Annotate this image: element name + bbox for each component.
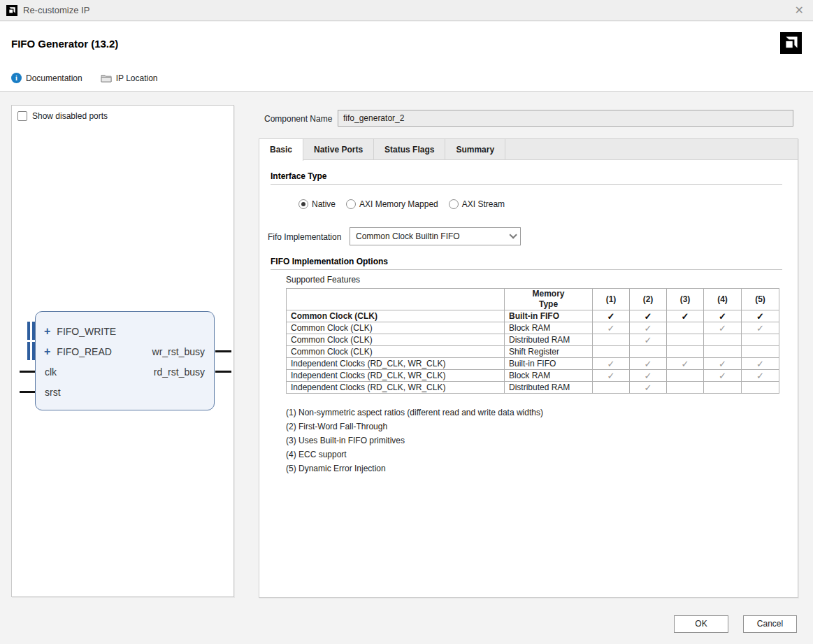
check-cell-empty: [742, 334, 779, 346]
memory-cell: Distributed RAM: [505, 334, 593, 346]
clk-port-stub: [20, 371, 35, 373]
check-icon: ✓: [742, 358, 779, 370]
memory-cell: Built-in FIFO: [505, 358, 593, 370]
table-row: Independent Clocks (RD_CLK, WR_CLK)Distr…: [287, 382, 779, 394]
show-disabled-ports-row[interactable]: Show disabled ports: [17, 111, 108, 121]
footnote-line: (4) ECC support: [286, 448, 543, 461]
check-cell-empty: [593, 334, 630, 346]
interface-type-rule: [271, 184, 782, 185]
port-clk: clk: [45, 365, 57, 379]
table-row: Common Clock (CLK)Block RAM✓✓✓✓: [287, 322, 779, 334]
cancel-button[interactable]: Cancel: [743, 615, 797, 633]
symbol-preview-panel: Show disabled ports +FIFO_WRITE +FIFO_RE…: [11, 105, 234, 597]
ip-location-label: IP Location: [116, 73, 158, 83]
check-icon: ✓: [704, 310, 742, 322]
page-title: FIFO Generator (13.2): [11, 38, 118, 50]
clock-cell: Common Clock (CLK): [287, 310, 505, 322]
feature-col-header: [287, 289, 505, 310]
radio-circle[interactable]: [298, 199, 308, 209]
check-cell-empty: [704, 382, 742, 394]
check-cell-empty: [593, 382, 630, 394]
check-cell-empty: [667, 322, 704, 334]
supported-features-table-wrap: Memory Type(1)(2)(3)(4)(5) Common Clock …: [286, 288, 779, 394]
fifo-symbol-block: +FIFO_WRITE +FIFO_READ clk srst wr_rst_b…: [35, 311, 215, 410]
fifo-implementation-dropdown[interactable]: Common Clock Builtin FIFO: [350, 227, 521, 245]
port-rd-rst-busy: rd_rst_busy: [154, 365, 205, 379]
clock-cell: Common Clock (CLK): [287, 322, 505, 334]
tab-status-flags[interactable]: Status Flags: [374, 139, 445, 159]
radio-label: Native: [312, 199, 336, 209]
fifo-options-rule: [271, 269, 782, 270]
tab-basic[interactable]: Basic: [259, 139, 303, 161]
port-label-wr-rst-busy: wr_rst_busy: [152, 346, 205, 357]
rd-rst-busy-port-stub: [215, 371, 231, 373]
table-row: Common Clock (CLK)Distributed RAM✓: [287, 334, 779, 346]
clock-cell: Common Clock (CLK): [287, 334, 505, 346]
radio-label: AXI Memory Mapped: [359, 199, 438, 209]
check-icon: ✓: [593, 370, 630, 382]
port-label-fifo-read: FIFO_READ: [57, 346, 112, 357]
radio-label: AXI Stream: [462, 199, 505, 209]
port-label-rd-rst-busy: rd_rst_busy: [154, 366, 205, 378]
check-icon: ✓: [630, 358, 667, 370]
footnote-line: (5) Dynamic Error Injection: [286, 461, 543, 475]
footnote-line: (2) First-Word Fall-Through: [286, 420, 543, 434]
memory-cell: Distributed RAM: [505, 382, 593, 394]
check-cell-empty: [630, 346, 667, 358]
radio-native[interactable]: Native: [298, 199, 336, 209]
ip-location-button[interactable]: IP Location: [101, 73, 158, 83]
port-label-clk: clk: [45, 366, 57, 378]
check-cell-empty: [742, 346, 779, 358]
fifo-implementation-value: Common Clock Builtin FIFO: [356, 228, 460, 245]
bus-indicator-fifo-write: [27, 322, 35, 340]
fifo-implementation-label: Fifo Implementation: [268, 232, 341, 242]
check-icon: ✓: [742, 310, 779, 322]
check-icon: ✓: [704, 358, 742, 370]
table-row: Common Clock (CLK)Built-in FIFO✓✓✓✓✓: [287, 310, 779, 322]
flag-header: (4): [704, 289, 742, 310]
info-icon: i: [11, 73, 22, 83]
check-cell-empty: [704, 346, 742, 358]
port-wr-rst-busy: wr_rst_busy: [152, 345, 205, 359]
component-name-label: Component Name: [264, 114, 332, 124]
ip-toolbar: i Documentation IP Location: [0, 65, 813, 92]
memory-cell: Shift Register: [505, 346, 593, 358]
radio-axi-memory-mapped[interactable]: AXI Memory Mapped: [346, 199, 438, 209]
table-row: Independent Clocks (RD_CLK, WR_CLK)Block…: [287, 370, 779, 382]
tab-summary[interactable]: Summary: [445, 139, 505, 159]
check-icon: ✓: [593, 310, 630, 322]
check-icon: ✓: [593, 358, 630, 370]
documentation-label: Documentation: [26, 73, 82, 83]
check-cell-empty: [742, 382, 779, 394]
check-cell-empty: [593, 346, 630, 358]
table-row: Common Clock (CLK)Shift Register: [287, 346, 779, 358]
radio-axi-stream[interactable]: AXI Stream: [449, 199, 505, 209]
expand-plus-icon[interactable]: +: [44, 345, 50, 357]
flag-header: (2): [630, 289, 667, 310]
radio-circle[interactable]: [346, 199, 356, 209]
close-icon[interactable]: ✕: [792, 5, 807, 16]
documentation-button[interactable]: i Documentation: [11, 73, 82, 83]
ok-button[interactable]: OK: [674, 615, 728, 633]
check-cell-empty: [704, 334, 742, 346]
port-fifo-read: +FIFO_READ: [44, 345, 112, 359]
clock-cell: Independent Clocks (RD_CLK, WR_CLK): [287, 382, 505, 394]
dialog-title: Re-customize IP: [23, 5, 89, 15]
chevron-down-icon: [509, 231, 517, 238]
ip-header: FIFO Generator (13.2): [0, 22, 813, 65]
supported-features-label: Supported Features: [286, 275, 360, 285]
tab-strip: BasicNative PortsStatus FlagsSummary: [259, 139, 798, 160]
memory-cell: Block RAM: [505, 322, 593, 334]
component-name-input[interactable]: [338, 110, 793, 127]
check-icon: ✓: [704, 322, 742, 334]
check-icon: ✓: [630, 322, 667, 334]
radio-circle[interactable]: [449, 199, 459, 209]
flag-header: (1): [593, 289, 630, 310]
expand-plus-icon[interactable]: +: [44, 325, 50, 337]
check-cell-empty: [667, 334, 704, 346]
show-disabled-ports-checkbox[interactable]: [17, 111, 27, 121]
port-label-fifo-write: FIFO_WRITE: [57, 326, 116, 337]
tab-native-ports[interactable]: Native Ports: [303, 139, 374, 159]
port-srst: srst: [45, 385, 61, 399]
flag-header: (5): [742, 289, 779, 310]
